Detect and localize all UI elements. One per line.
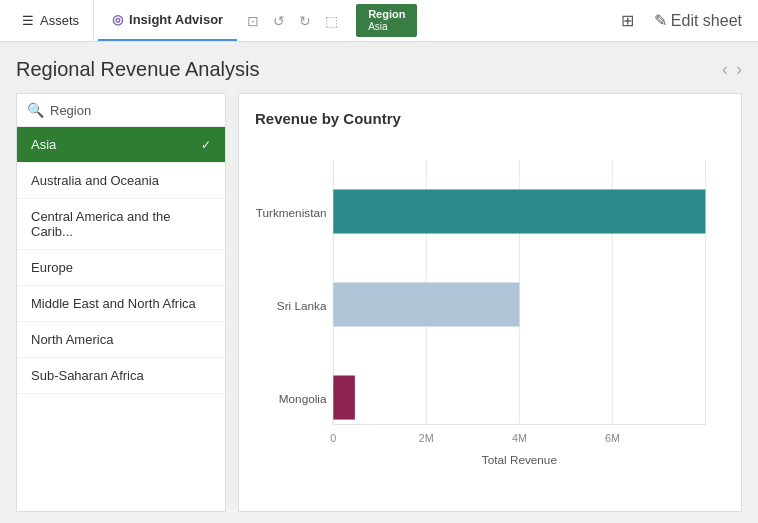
grid-icon: ⊞ [621, 11, 634, 30]
svg-text:Mongolia: Mongolia [279, 392, 327, 405]
svg-text:Sri Lanka: Sri Lanka [277, 299, 327, 312]
bar-turkmenistan[interactable] [333, 189, 705, 233]
main-area: Regional Revenue Analysis ‹ › 🔍 Region A… [0, 42, 758, 523]
search-label: Region [50, 103, 91, 118]
list-item-asia[interactable]: Asia ✓ [17, 127, 225, 163]
svg-text:2M: 2M [419, 432, 434, 444]
insight-advisor-label: Insight Advisor [129, 12, 223, 27]
left-panel: 🔍 Region Asia ✓ Australia and Oceania Ce… [16, 93, 226, 512]
list-item-label: North America [31, 332, 113, 347]
forward-arrow[interactable]: › [736, 59, 742, 80]
content-row: 🔍 Region Asia ✓ Australia and Oceania Ce… [16, 93, 742, 512]
undo-icon[interactable]: ↺ [267, 7, 291, 35]
list-item-central-america[interactable]: Central America and the Carib... [17, 199, 225, 250]
list-item-europe[interactable]: Europe [17, 250, 225, 286]
assets-icon: ☰ [22, 13, 34, 28]
list-item-label: Sub-Saharan Africa [31, 368, 144, 383]
top-nav: ☰ Assets ◎ Insight Advisor ⊡ ↺ ↻ ⬚ Regio… [0, 0, 758, 42]
bar-mongolia[interactable] [333, 376, 355, 420]
list-item-north-america[interactable]: North America [17, 322, 225, 358]
insight-advisor-tab[interactable]: ◎ Insight Advisor [98, 0, 237, 41]
page-nav-arrows: ‹ › [722, 59, 742, 80]
list-item-label: Middle East and North Africa [31, 296, 196, 311]
edit-sheet-label: Edit sheet [671, 12, 742, 30]
svg-text:0: 0 [330, 432, 336, 444]
grid-icon-button[interactable]: ⊞ [613, 7, 642, 34]
insight-icon: ◎ [112, 12, 123, 27]
back-arrow[interactable]: ‹ [722, 59, 728, 80]
svg-text:Total Revenue: Total Revenue [482, 453, 558, 466]
chart-title: Revenue by Country [255, 110, 725, 127]
list-item-label: Asia [31, 137, 56, 152]
chart-panel: Revenue by Country Turkmenistan [238, 93, 742, 512]
edit-sheet-button[interactable]: ✎ Edit sheet [646, 7, 750, 34]
list-item-sub-saharan[interactable]: Sub-Saharan Africa [17, 358, 225, 394]
redo-icon[interactable]: ↻ [293, 7, 317, 35]
list-item-label: Europe [31, 260, 73, 275]
search-bar: 🔍 Region [17, 94, 225, 127]
list-item-middle-east[interactable]: Middle East and North Africa [17, 286, 225, 322]
page-header: Regional Revenue Analysis ‹ › [16, 58, 742, 81]
svg-text:6M: 6M [605, 432, 620, 444]
edit-icon: ✎ [654, 11, 667, 30]
region-badge-sub: Asia [368, 21, 405, 33]
check-icon: ✓ [201, 138, 211, 152]
region-badge[interactable]: Region Asia [356, 4, 417, 37]
region-badge-label: Region [368, 8, 405, 21]
bar-sri-lanka[interactable] [333, 282, 519, 326]
list-item-label: Central America and the Carib... [31, 209, 170, 239]
toolbar-tools: ⊡ ↺ ↻ ⬚ [241, 7, 344, 35]
assets-tab[interactable]: ☰ Assets [8, 0, 94, 41]
list-item-australia[interactable]: Australia and Oceania [17, 163, 225, 199]
page-title: Regional Revenue Analysis [16, 58, 260, 81]
scan-icon[interactable]: ⊡ [241, 7, 265, 35]
screenshot-icon[interactable]: ⬚ [319, 7, 344, 35]
chart-svg: Turkmenistan Sri Lanka Mongolia 0 2M 4M … [255, 139, 725, 495]
assets-label: Assets [40, 13, 79, 28]
search-icon: 🔍 [27, 102, 44, 118]
svg-text:Turkmenistan: Turkmenistan [256, 206, 327, 219]
svg-text:4M: 4M [512, 432, 527, 444]
list-item-label: Australia and Oceania [31, 173, 159, 188]
